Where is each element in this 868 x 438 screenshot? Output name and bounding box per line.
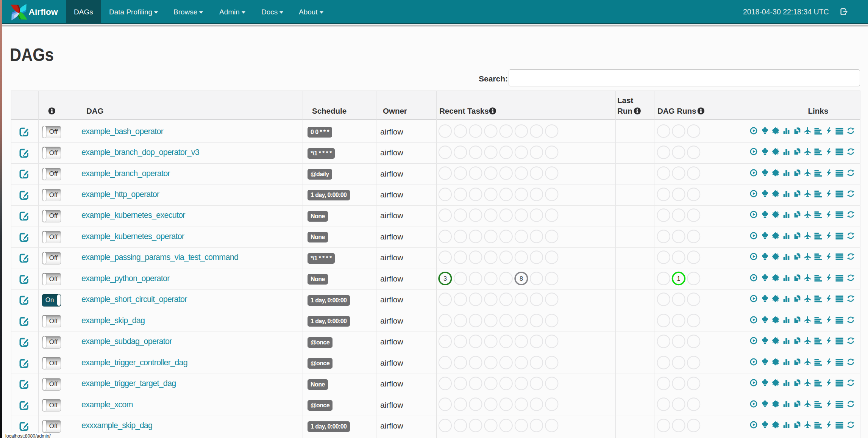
svg-text:1: 1 bbox=[677, 275, 680, 282]
svg-text:3: 3 bbox=[443, 275, 446, 282]
svg-text:8: 8 bbox=[519, 275, 523, 282]
